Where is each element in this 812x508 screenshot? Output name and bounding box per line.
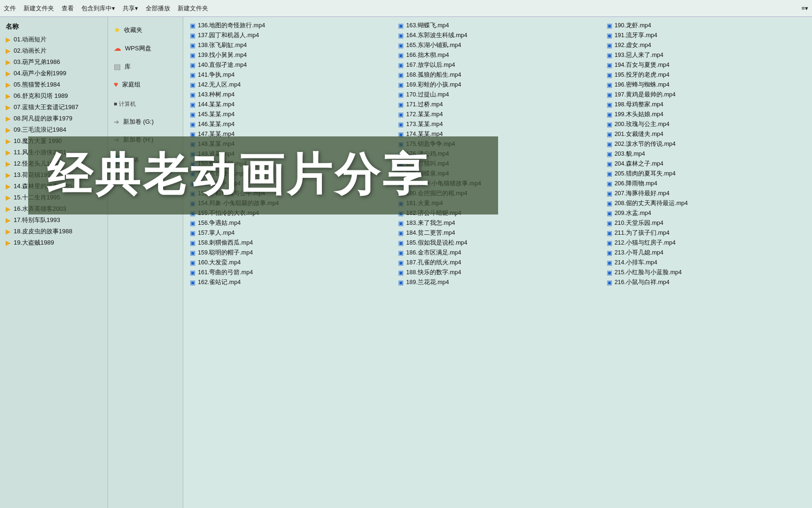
list-item[interactable]: ▣205.猎肉的夏耳失.mp4 — [604, 169, 808, 179]
list-item[interactable]: ▣138.张飞刷缸.mp4 — [187, 40, 391, 50]
list-item[interactable]: ▣184.贫二更苦.mp4 — [395, 228, 600, 238]
list-item[interactable]: ▣162.雀站记.mp4 — [187, 278, 391, 287]
list-item[interactable]: ▣189.兰花花.mp4 — [395, 278, 600, 287]
sidebar-item[interactable]: ▶19.大盗贼1989 — [0, 237, 108, 248]
list-item[interactable]: ▣163.蝴蝶飞.mp4 — [395, 21, 600, 31]
file-name: 184.贫二更苦.mp4 — [406, 229, 455, 237]
list-item[interactable]: ▣198.母鸡整家.mp4 — [604, 100, 808, 110]
list-item[interactable]: ▣185.假如我是说松.mp4 — [395, 238, 600, 248]
list-item[interactable]: ▣192.虚女.mp4 — [604, 40, 808, 50]
list-item[interactable]: ▣160.大发蛮.mp4 — [187, 258, 391, 268]
list-item[interactable]: ▣186.金市区满足.mp4 — [395, 248, 600, 258]
mp4-icon: ▣ — [398, 81, 404, 88]
quick-library[interactable]: ▤ 库 — [108, 57, 183, 76]
list-item[interactable]: ▣214.小排车.mp4 — [604, 258, 808, 268]
list-item[interactable]: ▣216.小鼠与白祥.mp4 — [604, 278, 808, 287]
list-item[interactable]: ▣142.无人区.mp4 — [187, 80, 391, 90]
list-item[interactable]: ▣203.貌.mp4 — [604, 149, 808, 159]
list-item[interactable]: ▣183.来了我怎.mp4 — [395, 218, 600, 228]
list-item[interactable]: ▣159.聪明的帽子.mp4 — [187, 248, 391, 258]
list-item[interactable]: ▣197.黄鸡是最帅的.mp4 — [604, 90, 808, 100]
mp4-icon: ▣ — [607, 151, 612, 158]
list-item[interactable]: ▣136.地图的奇怪旅行.mp4 — [187, 21, 391, 31]
mp4-icon: ▣ — [190, 279, 195, 286]
list-item[interactable]: ▣170.过提山.mp4 — [395, 90, 600, 100]
list-item[interactable]: ▣190.龙虾.mp4 — [604, 21, 808, 31]
list-item[interactable]: ▣168.孤狼的船生.mp4 — [395, 70, 600, 80]
toolbar-newfolder[interactable]: 新建文件夹 — [23, 4, 54, 13]
list-item[interactable]: ▣141.争执.mp4 — [187, 70, 391, 80]
mp4-icon: ▣ — [190, 91, 195, 98]
toolbar-library[interactable]: 包含到库中▾ — [81, 4, 115, 13]
list-item[interactable]: ▣215.小红脸与小蓝脸.mp4 — [604, 268, 808, 278]
list-item[interactable]: ▣156.争遇姑.mp4 — [187, 218, 391, 228]
mp4-icon: ▣ — [190, 101, 195, 108]
list-item[interactable]: ▣165.东湖小铺虱.mp4 — [395, 40, 600, 50]
sidebar-item[interactable]: ▶18.皮皮虫的故事1988 — [0, 226, 108, 237]
list-item[interactable]: ▣146.某某.mp4 — [187, 119, 391, 129]
list-item[interactable]: ▣171.过桥.mp4 — [395, 100, 600, 110]
quick-drive-g[interactable]: ➜ 新加卷 (G:) — [108, 113, 183, 131]
list-item[interactable]: ▣139.找小舅舅.mp4 — [187, 50, 391, 60]
sidebar-item[interactable]: ▶17.特别车队1993 — [0, 214, 108, 226]
list-item[interactable]: ▣207.海豚待最好.mp4 — [604, 189, 808, 198]
toolbar-view[interactable]: 查看 — [62, 4, 74, 13]
list-item[interactable]: ▣167.放学以后.mp4 — [395, 60, 600, 70]
toolbar-file[interactable]: 文件 — [4, 4, 16, 13]
list-item[interactable]: ▣199.木头姑娘.mp4 — [604, 110, 808, 119]
list-item[interactable]: ▣144.某某.mp4 — [187, 100, 391, 110]
sidebar-item[interactable]: ▶02.动画长片 — [0, 45, 108, 56]
list-item[interactable]: ▣195.投牙的老虎.mp4 — [604, 70, 808, 80]
mp4-icon: ▣ — [607, 279, 612, 286]
list-item[interactable]: ▣161.弯曲的弓箭.mp4 — [187, 268, 391, 278]
list-item[interactable]: ▣202.泼水节的传说.mp4 — [604, 139, 808, 149]
toolbar-newfolder2[interactable]: 新建文件夹 — [178, 4, 208, 13]
list-item[interactable]: ▣210.天堂乐园.mp4 — [604, 218, 808, 228]
sidebar-item[interactable]: ▶03.葫芦兄弟1986 — [0, 56, 108, 68]
list-item[interactable]: ▣200.玫瑰与公主.mp4 — [604, 119, 808, 129]
quick-homegroup[interactable]: ♥ 家庭组 — [108, 76, 183, 94]
list-item[interactable]: ▣201.女裁缝夫.mp4 — [604, 129, 808, 139]
list-item[interactable]: ▣204.森林之子.mp4 — [604, 159, 808, 169]
toolbar-view-toggle[interactable]: ≡▾ — [801, 5, 808, 12]
sidebar-item[interactable]: ▶07.蓝猫大王套遗记1987 — [0, 102, 108, 113]
list-item[interactable]: ▣137.园丁和机器人.mp4 — [187, 31, 391, 40]
list-item[interactable]: ▣211.为了孩子们.mp4 — [604, 228, 808, 238]
list-item[interactable]: ▣187.孔雀的纸火.mp4 — [395, 258, 600, 268]
toolbar-playall[interactable]: 全部播放 — [146, 4, 170, 13]
file-name: 189.兰花花.mp4 — [406, 278, 449, 286]
list-item[interactable]: ▣140.直假孑途.mp4 — [187, 60, 391, 70]
sidebar-item[interactable]: ▶04.葫芦小金刚1999 — [0, 68, 108, 79]
list-item[interactable]: ▣196.密蜂与蜘蛛.mp4 — [604, 80, 808, 90]
list-item[interactable]: ▣194.百女与夏煲.mp4 — [604, 60, 808, 70]
sidebar-item[interactable]: ▶05.熊猫警长1984 — [0, 79, 108, 90]
list-item[interactable]: ▣143.种树.mp4 — [187, 90, 391, 100]
list-item[interactable]: ▣206.降雨物.mp4 — [604, 179, 808, 189]
sidebar-item[interactable]: ▶01.动画短片 — [0, 34, 108, 45]
list-item[interactable]: ▣164.东郭波生科绒.mp4 — [395, 31, 600, 40]
folder-label: 08.阿凡提的故事1979 — [14, 114, 72, 123]
mp4-icon: ▣ — [607, 269, 612, 276]
list-item[interactable]: ▣188.快乐的数字.mp4 — [395, 268, 600, 278]
mp4-icon: ▣ — [607, 131, 612, 138]
list-item[interactable]: ▣169.彩蛙的小孩.mp4 — [395, 80, 600, 90]
list-item[interactable]: ▣191.流牙享.mp4 — [604, 31, 808, 40]
list-item[interactable]: ▣173.某某.mp4 — [395, 119, 600, 129]
list-item[interactable]: ▣145.某某.mp4 — [187, 110, 391, 119]
quick-wps[interactable]: ☁ WPS网盘 — [108, 39, 183, 57]
list-item[interactable]: ▣213.小哥几媳.mp4 — [604, 248, 808, 258]
sidebar-item[interactable]: ▶08.阿凡提的故事1979 — [0, 113, 108, 124]
list-item[interactable]: ▣209.水盂.mp4 — [604, 208, 808, 218]
sidebar-item[interactable]: ▶09.三毛流浪记1984 — [0, 124, 108, 135]
list-item[interactable]: ▣208.倔的丈天离待最运.mp4 — [604, 198, 808, 208]
list-item[interactable]: ▣193.惡人来了.mp4 — [604, 50, 808, 60]
list-item[interactable]: ▣158.刺猬偷西瓜.mp4 — [187, 238, 391, 248]
list-item[interactable]: ▣212.小猫与红房子.mp4 — [604, 238, 808, 248]
folder-icon: ▶ — [6, 36, 11, 43]
toolbar-share[interactable]: 共享▾ — [123, 4, 138, 13]
quick-favorites[interactable]: ★ 收藏夹 — [108, 21, 183, 39]
list-item[interactable]: ▣157.掌人.mp4 — [187, 228, 391, 238]
list-item[interactable]: ▣172.某某.mp4 — [395, 110, 600, 119]
list-item[interactable]: ▣166.拙木彻.mp4 — [395, 50, 600, 60]
sidebar-item[interactable]: ▶06.舒克和贝塔 1989 — [0, 90, 108, 102]
